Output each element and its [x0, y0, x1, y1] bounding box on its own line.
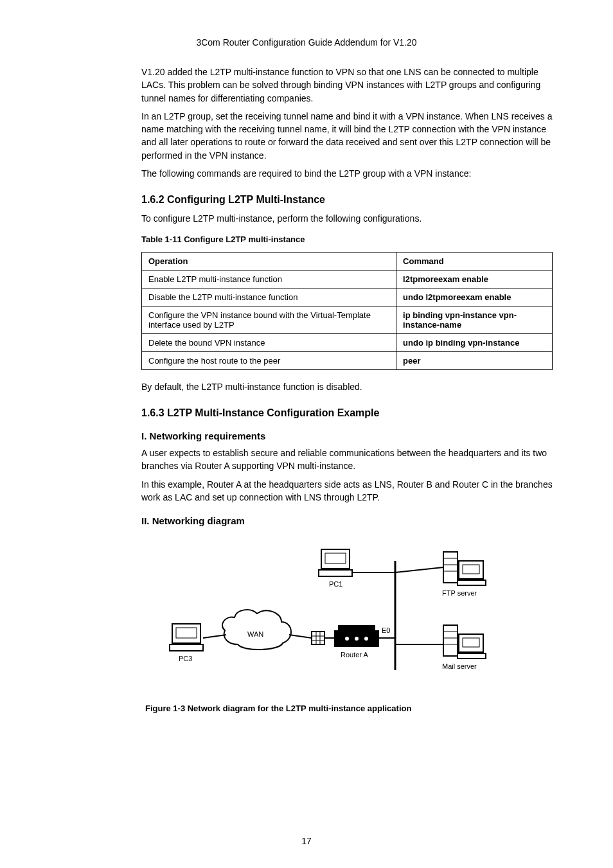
mail-label: Mail server: [442, 662, 477, 670]
intro-para-2: In an L2TP group, set the receiving tunn…: [141, 110, 553, 162]
pc-icon: [170, 624, 203, 651]
table-caption: Table 1-11 Configure L2TP multi-instance: [141, 235, 553, 244]
section-2-p1: A user expects to establish secure and r…: [141, 447, 553, 473]
intro-para-1: V1.20 added the L2TP multi-instance func…: [141, 66, 553, 105]
cell-command: peer: [396, 351, 553, 369]
svg-point-7: [364, 637, 368, 641]
svg-rect-1: [176, 628, 197, 638]
content-area: V1.20 added the L2TP multi-instance func…: [141, 66, 553, 713]
cell-operation: Configure the host route to the peer: [142, 351, 396, 369]
link-line: [289, 635, 312, 638]
th-command: Command: [396, 252, 553, 270]
svg-rect-2: [170, 644, 203, 651]
section-1-note: By default, the L2TP multi-instance func…: [141, 380, 553, 393]
link-line: [203, 635, 226, 638]
table-row: Disable the L2TP multi-instance function…: [142, 288, 553, 306]
table-row: Delete the bound VPN instance undo ip bi…: [142, 333, 553, 351]
svg-rect-22: [458, 580, 486, 585]
link-line: [395, 567, 443, 572]
cell-operation: Configure the VPN instance bound with th…: [142, 306, 396, 333]
page-header: 3Com Router Configuration Guide Addendum…: [61, 37, 552, 48]
cell-command: l2tpmoreexam enable: [396, 270, 553, 288]
pc1-label: PC1: [329, 580, 342, 588]
cell-operation: Enable L2TP multi-instance function: [142, 270, 396, 288]
table-row: Enable L2TP multi-instance function l2tp…: [142, 270, 553, 288]
pc-icon: [319, 549, 352, 576]
table-row: Configure the VPN instance bound with th…: [142, 306, 553, 333]
ftp-label: FTP server: [442, 589, 477, 597]
svg-rect-23: [443, 625, 458, 656]
svg-rect-15: [319, 570, 352, 576]
network-svg: WAN PC3 Router A E0: [167, 535, 527, 696]
svg-rect-8: [312, 632, 324, 644]
cell-operation: Delete the bound VPN instance: [142, 333, 396, 351]
svg-rect-21: [463, 565, 479, 574]
section-2-netreq: I. Networking requirements: [141, 430, 553, 441]
server-icon: [443, 625, 486, 659]
figure-caption: Figure 1-3 Network diagram for the L2TP …: [145, 704, 553, 713]
page-number: 17: [0, 836, 613, 846]
commands-table: Operation Command Enable L2TP multi-inst…: [141, 252, 553, 370]
th-operation: Operation: [142, 252, 396, 270]
svg-rect-4: [338, 625, 375, 632]
cell-command: ip binding vpn-instance vpn-instance-nam…: [396, 306, 553, 333]
cell-command: undo l2tpmoreexam enable: [396, 288, 553, 306]
svg-rect-16: [443, 552, 458, 583]
firewall-icon: [312, 632, 324, 644]
section-1-p1: To configure L2TP multi-instance, perfor…: [141, 212, 553, 225]
svg-rect-29: [458, 653, 486, 659]
svg-point-6: [355, 637, 359, 641]
cell-operation: Disable the L2TP multi-instance function: [142, 288, 396, 306]
section-2-netdia: II. Networking diagram: [141, 515, 553, 526]
section-2-title: 1.6.3 L2TP Multi-Instance Configuration …: [141, 407, 553, 419]
section-2-p2: In this example, Router A at the headqua…: [141, 478, 553, 504]
svg-rect-14: [325, 553, 346, 563]
e0-label: E0: [382, 626, 390, 634]
network-diagram: WAN PC3 Router A E0: [141, 535, 553, 713]
router-icon: [334, 625, 379, 647]
server-icon: [443, 552, 486, 585]
pc3-label: PC3: [179, 655, 192, 662]
table-header-row: Operation Command: [142, 252, 553, 270]
wan-label: WAN: [247, 630, 263, 638]
section-1-title: 1.6.2 Configuring L2TP Multi-Instance: [141, 194, 553, 206]
cell-command: undo ip binding vpn-instance: [396, 333, 553, 351]
table-row: Configure the host route to the peer pee…: [142, 351, 553, 369]
intro-para-3: The following commands are required to b…: [141, 167, 553, 180]
svg-rect-28: [463, 638, 479, 647]
svg-point-5: [345, 637, 349, 641]
routerA-label: Router A: [341, 651, 368, 659]
